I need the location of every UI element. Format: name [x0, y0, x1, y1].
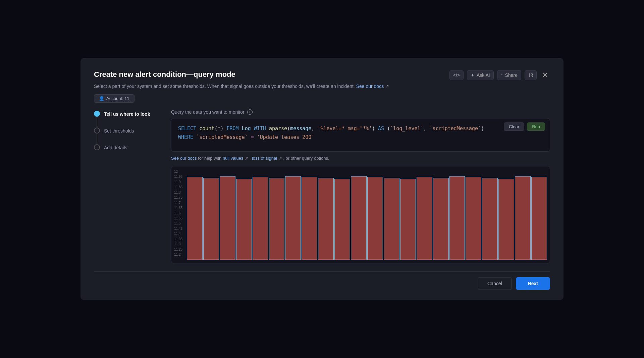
step-connector-3	[94, 144, 100, 150]
ask-ai-button[interactable]: ✦ Ask AI	[467, 70, 494, 80]
code-icon: </>	[453, 72, 460, 78]
link-icon: ⛓	[528, 72, 533, 78]
step-circle-3	[94, 144, 100, 150]
header-actions: </> ✦ Ask AI ↑ Share ⛓ ✕	[449, 70, 550, 80]
step-circle-1	[94, 111, 100, 117]
bar-col	[269, 170, 285, 260]
next-button[interactable]: Next	[516, 277, 550, 290]
step-label-add-details: Add details	[104, 144, 127, 151]
chart-y-labels: 12 11.95 11.9 11.85 11.8 11.75 11.7 11.6…	[174, 170, 182, 256]
bar-col	[531, 170, 547, 260]
modal-title: Create new alert condition—query mode	[94, 70, 235, 79]
loss-of-signal-link[interactable]: loss of signal	[252, 156, 277, 161]
bar-col	[318, 170, 334, 260]
step-connector-1	[94, 111, 100, 127]
run-button[interactable]: Run	[527, 122, 545, 131]
external-link-icon: ↗	[385, 84, 389, 89]
bar-col	[449, 170, 465, 260]
bar-col	[203, 170, 219, 260]
link-button[interactable]: ⛓	[525, 70, 537, 80]
see-our-docs-link[interactable]: See our docs	[171, 156, 197, 161]
bar-col	[433, 170, 449, 260]
step-circle-2	[94, 127, 100, 134]
bar-col	[417, 170, 432, 260]
bar-col	[466, 170, 481, 260]
bar-col	[302, 170, 317, 260]
code-content: SELECT count(*) FROM Log WITH aparse(mes…	[178, 124, 543, 142]
step-item-tell-us: Tell us where to look	[94, 111, 161, 127]
step-connector-2	[94, 127, 100, 144]
step-label-set-thresholds: Set thresholds	[104, 127, 134, 134]
modal-title-wrap: Create new alert condition—query mode	[94, 70, 235, 79]
editor-actions: Clear Run	[504, 122, 545, 131]
bar-col	[334, 170, 350, 260]
bar-col	[384, 170, 399, 260]
bar-col	[220, 170, 235, 260]
bar-col	[187, 170, 203, 260]
bar-col	[285, 170, 301, 260]
modal-header: Create new alert condition—query mode </…	[94, 70, 550, 80]
modal-dialog: Create new alert condition—query mode </…	[80, 58, 564, 300]
account-badge: 👤 Account: 11	[94, 94, 135, 103]
step-label-tell-us: Tell us where to look	[104, 111, 150, 117]
docs-link[interactable]: See our docs	[356, 84, 384, 89]
modal-subtitle: Select a part of your system and set som…	[94, 84, 550, 89]
bar-col	[515, 170, 531, 260]
bar-col	[482, 170, 498, 260]
bar-col	[351, 170, 367, 260]
close-button[interactable]: ✕	[540, 70, 550, 80]
step-item-add-details: Add details	[94, 144, 161, 151]
step-line-2	[97, 134, 97, 144]
bar-col	[253, 170, 268, 260]
help-links: See our docs for help with null values ↗…	[171, 156, 550, 161]
code-editor[interactable]: SELECT count(*) FROM Log WITH aparse(mes…	[171, 118, 550, 152]
query-section-header: Query the data you want to monitor i	[171, 109, 550, 115]
external-link-icon-null: ↗	[245, 156, 248, 161]
main-layout: Tell us where to look Set thresholds Add…	[94, 109, 550, 263]
cancel-button[interactable]: Cancel	[478, 277, 512, 290]
share-button[interactable]: ↑ Share	[497, 70, 521, 80]
bar-col	[367, 170, 383, 260]
modal-footer: Cancel Next	[94, 271, 550, 290]
bar-col	[400, 170, 416, 260]
null-values-link[interactable]: null values	[223, 156, 243, 161]
query-section-label: Query the data you want to monitor	[171, 109, 245, 115]
step-item-set-thresholds: Set thresholds	[94, 127, 161, 144]
query-info-icon[interactable]: i	[247, 109, 253, 115]
share-icon: ↑	[501, 72, 503, 78]
code-icon-button[interactable]: </>	[449, 70, 464, 80]
content-area: Query the data you want to monitor i SEL…	[171, 109, 550, 263]
bar-col	[236, 170, 252, 260]
clear-button[interactable]: Clear	[504, 122, 524, 131]
steps-sidebar: Tell us where to look Set thresholds Add…	[94, 109, 161, 263]
chart-bars-area	[187, 170, 547, 260]
step-line-1	[97, 117, 97, 127]
bar-col	[498, 170, 514, 260]
modal-overlay: Create new alert condition—query mode </…	[0, 0, 644, 358]
chart-container: 12 11.95 11.9 11.85 11.8 11.75 11.7 11.6…	[171, 166, 550, 263]
ai-sparkle-icon: ✦	[471, 72, 475, 78]
external-link-icon-loss: ↗	[278, 156, 282, 161]
account-icon: 👤	[99, 96, 104, 101]
